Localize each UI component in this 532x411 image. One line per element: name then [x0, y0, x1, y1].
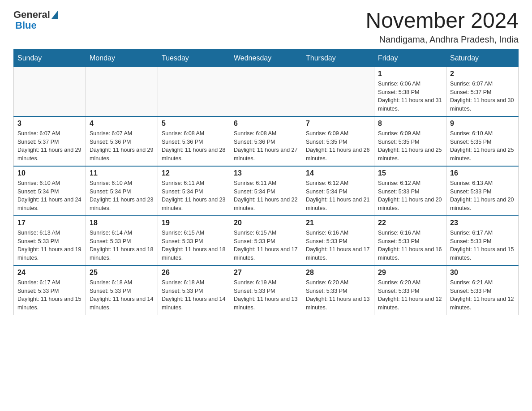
day-info: Sunrise: 6:07 AMSunset: 5:37 PMDaylight:… [17, 129, 82, 163]
day-info: Sunrise: 6:07 AMSunset: 5:37 PMDaylight:… [450, 80, 515, 113]
day-number: 15 [378, 169, 442, 177]
day-info: Sunrise: 6:19 AMSunset: 5:33 PMDaylight:… [234, 278, 298, 312]
day-number: 30 [450, 269, 515, 277]
calendar-cell: 30Sunrise: 6:21 AMSunset: 5:33 PMDayligh… [446, 265, 519, 315]
day-number: 28 [306, 269, 370, 277]
day-number: 18 [90, 219, 154, 227]
calendar-header-sunday: Sunday [14, 49, 86, 67]
day-number: 10 [17, 169, 82, 177]
day-number: 22 [378, 219, 442, 227]
day-number: 14 [306, 169, 370, 177]
calendar-header-wednesday: Wednesday [230, 49, 302, 67]
calendar-cell [230, 67, 302, 116]
calendar-cell: 27Sunrise: 6:19 AMSunset: 5:33 PMDayligh… [230, 265, 302, 315]
calendar-header-row: SundayMondayTuesdayWednesdayThursdayFrid… [14, 49, 519, 67]
calendar-week-row: 24Sunrise: 6:17 AMSunset: 5:33 PMDayligh… [14, 265, 519, 315]
calendar-cell: 15Sunrise: 6:12 AMSunset: 5:33 PMDayligh… [374, 166, 446, 216]
day-info: Sunrise: 6:16 AMSunset: 5:33 PMDaylight:… [306, 229, 370, 262]
calendar-cell: 25Sunrise: 6:18 AMSunset: 5:33 PMDayligh… [86, 265, 158, 315]
day-info: Sunrise: 6:11 AMSunset: 5:34 PMDaylight:… [162, 179, 226, 213]
calendar-cell: 28Sunrise: 6:20 AMSunset: 5:33 PMDayligh… [302, 265, 374, 315]
day-info: Sunrise: 6:12 AMSunset: 5:33 PMDaylight:… [378, 179, 442, 213]
calendar-cell [14, 67, 86, 116]
calendar-cell: 14Sunrise: 6:12 AMSunset: 5:34 PMDayligh… [302, 166, 374, 216]
day-info: Sunrise: 6:16 AMSunset: 5:33 PMDaylight:… [378, 229, 442, 262]
calendar-cell: 23Sunrise: 6:17 AMSunset: 5:33 PMDayligh… [446, 216, 519, 265]
calendar-header-monday: Monday [86, 49, 158, 67]
title-block: November 2024 Nandigama, Andhra Pradesh,… [365, 9, 519, 45]
day-number: 16 [450, 169, 515, 177]
location-text: Nandigama, Andhra Pradesh, India [365, 34, 519, 45]
day-number: 27 [234, 269, 298, 277]
day-info: Sunrise: 6:06 AMSunset: 5:38 PMDaylight:… [378, 80, 442, 113]
day-number: 6 [234, 120, 298, 128]
calendar-cell: 7Sunrise: 6:09 AMSunset: 5:35 PMDaylight… [302, 116, 374, 166]
calendar-week-row: 3Sunrise: 6:07 AMSunset: 5:37 PMDaylight… [14, 116, 519, 166]
calendar-cell: 2Sunrise: 6:07 AMSunset: 5:37 PMDaylight… [446, 67, 519, 116]
calendar-cell: 22Sunrise: 6:16 AMSunset: 5:33 PMDayligh… [374, 216, 446, 265]
calendar-cell: 19Sunrise: 6:15 AMSunset: 5:33 PMDayligh… [158, 216, 230, 265]
day-number: 25 [90, 269, 154, 277]
day-info: Sunrise: 6:21 AMSunset: 5:33 PMDaylight:… [450, 278, 515, 312]
calendar-cell: 11Sunrise: 6:10 AMSunset: 5:34 PMDayligh… [86, 166, 158, 216]
day-info: Sunrise: 6:10 AMSunset: 5:34 PMDaylight:… [90, 179, 154, 213]
day-number: 9 [450, 120, 515, 128]
day-info: Sunrise: 6:10 AMSunset: 5:34 PMDaylight:… [17, 179, 82, 213]
logo-general-text: General [13, 9, 50, 21]
day-info: Sunrise: 6:12 AMSunset: 5:34 PMDaylight:… [306, 179, 370, 213]
calendar-header-friday: Friday [374, 49, 446, 67]
calendar-header-thursday: Thursday [302, 49, 374, 67]
logo-blue-text: Blue [15, 20, 37, 31]
day-number: 2 [450, 70, 515, 78]
calendar-cell: 21Sunrise: 6:16 AMSunset: 5:33 PMDayligh… [302, 216, 374, 265]
day-number: 26 [162, 269, 226, 277]
day-number: 13 [234, 169, 298, 177]
calendar-header-saturday: Saturday [446, 49, 519, 67]
day-info: Sunrise: 6:15 AMSunset: 5:33 PMDaylight:… [162, 229, 226, 262]
calendar-cell: 13Sunrise: 6:11 AMSunset: 5:34 PMDayligh… [230, 166, 302, 216]
calendar-table: SundayMondayTuesdayWednesdayThursdayFrid… [13, 49, 519, 315]
day-info: Sunrise: 6:09 AMSunset: 5:35 PMDaylight:… [306, 129, 370, 163]
calendar-cell: 6Sunrise: 6:08 AMSunset: 5:36 PMDaylight… [230, 116, 302, 166]
day-info: Sunrise: 6:09 AMSunset: 5:35 PMDaylight:… [378, 129, 442, 163]
day-info: Sunrise: 6:13 AMSunset: 5:33 PMDaylight:… [450, 179, 515, 213]
day-info: Sunrise: 6:07 AMSunset: 5:36 PMDaylight:… [90, 129, 154, 163]
day-info: Sunrise: 6:13 AMSunset: 5:33 PMDaylight:… [17, 229, 82, 262]
logo-triangle-icon [51, 11, 58, 19]
calendar-cell: 29Sunrise: 6:20 AMSunset: 5:33 PMDayligh… [374, 265, 446, 315]
day-number: 11 [90, 169, 154, 177]
calendar-cell: 16Sunrise: 6:13 AMSunset: 5:33 PMDayligh… [446, 166, 519, 216]
day-number: 20 [234, 219, 298, 227]
calendar-cell: 26Sunrise: 6:18 AMSunset: 5:33 PMDayligh… [158, 265, 230, 315]
day-info: Sunrise: 6:17 AMSunset: 5:33 PMDaylight:… [17, 278, 82, 312]
calendar-cell: 9Sunrise: 6:10 AMSunset: 5:35 PMDaylight… [446, 116, 519, 166]
day-info: Sunrise: 6:14 AMSunset: 5:33 PMDaylight:… [90, 229, 154, 262]
day-number: 3 [17, 120, 82, 128]
day-number: 5 [162, 120, 226, 128]
month-title: November 2024 [365, 9, 519, 33]
day-number: 4 [90, 120, 154, 128]
day-info: Sunrise: 6:18 AMSunset: 5:33 PMDaylight:… [90, 278, 154, 312]
day-number: 19 [162, 219, 226, 227]
calendar-cell [86, 67, 158, 116]
calendar-header-tuesday: Tuesday [158, 49, 230, 67]
calendar-cell: 1Sunrise: 6:06 AMSunset: 5:38 PMDaylight… [374, 67, 446, 116]
calendar-week-row: 17Sunrise: 6:13 AMSunset: 5:33 PMDayligh… [14, 216, 519, 265]
day-info: Sunrise: 6:18 AMSunset: 5:33 PMDaylight:… [162, 278, 226, 312]
day-number: 7 [306, 120, 370, 128]
calendar-cell [158, 67, 230, 116]
day-info: Sunrise: 6:17 AMSunset: 5:33 PMDaylight:… [450, 229, 515, 262]
day-number: 23 [450, 219, 515, 227]
day-number: 8 [378, 120, 442, 128]
calendar-week-row: 10Sunrise: 6:10 AMSunset: 5:34 PMDayligh… [14, 166, 519, 216]
day-info: Sunrise: 6:20 AMSunset: 5:33 PMDaylight:… [306, 278, 370, 312]
calendar-cell: 5Sunrise: 6:08 AMSunset: 5:36 PMDaylight… [158, 116, 230, 166]
day-info: Sunrise: 6:15 AMSunset: 5:33 PMDaylight:… [234, 229, 298, 262]
day-number: 29 [378, 269, 442, 277]
calendar-week-row: 1Sunrise: 6:06 AMSunset: 5:38 PMDaylight… [14, 67, 519, 116]
day-number: 24 [17, 269, 82, 277]
day-info: Sunrise: 6:11 AMSunset: 5:34 PMDaylight:… [234, 179, 298, 213]
calendar-cell: 12Sunrise: 6:11 AMSunset: 5:34 PMDayligh… [158, 166, 230, 216]
calendar-cell: 4Sunrise: 6:07 AMSunset: 5:36 PMDaylight… [86, 116, 158, 166]
day-info: Sunrise: 6:08 AMSunset: 5:36 PMDaylight:… [234, 129, 298, 163]
